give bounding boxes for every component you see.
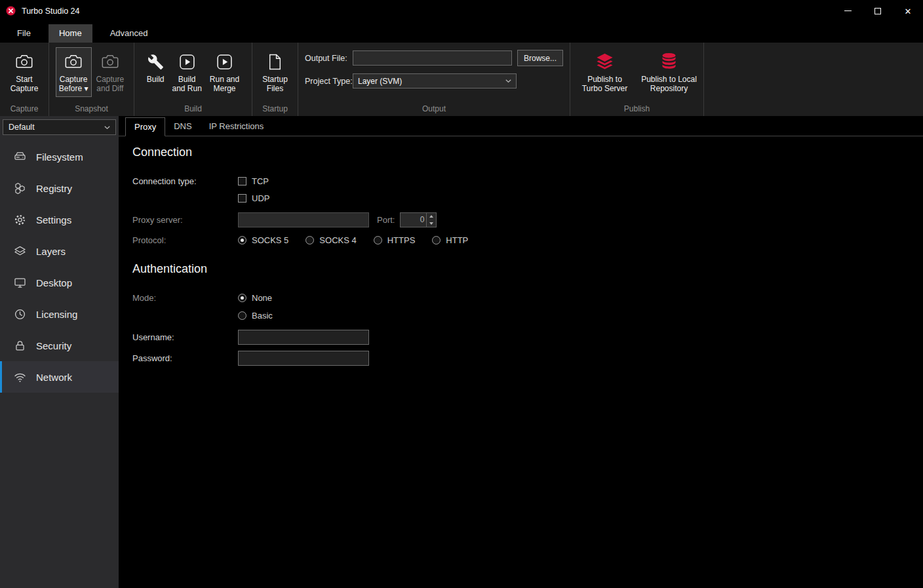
connection-type-label: Connection type: <box>132 176 238 186</box>
port-spinner[interactable]: 0 <box>400 212 437 227</box>
mode-radio-basic-label: Basic <box>252 311 273 321</box>
capture-and-diff-label: Capture and Diff <box>96 75 125 93</box>
sidebar: Default Filesystem Registry <box>0 116 119 588</box>
username-label: Username: <box>132 332 238 342</box>
ribbon-group-build: Build Build and Run Run and Merge Build <box>134 43 252 116</box>
password-input[interactable] <box>238 351 369 366</box>
content-panel: Proxy DNS IP Restrictions Connection Con… <box>119 116 923 588</box>
menu-bar: File Home Advanced <box>0 22 923 43</box>
ribbon-group-startup: Startup Files Startup <box>252 43 298 116</box>
start-capture-label: Start Capture <box>10 75 39 93</box>
camera-icon <box>16 51 33 72</box>
proxy-form: Connection Connection type: TCP UDP <box>119 136 923 366</box>
menu-tab-home[interactable]: Home <box>49 24 92 43</box>
project-type-value: Layer (SVM) <box>358 77 402 86</box>
ribbon-group-publish: Publish to Turbo Server Publish to Local… <box>570 43 704 116</box>
protocol-label: Protocol: <box>132 235 238 245</box>
sidebar-item-label: Network <box>36 372 72 383</box>
group-label-build: Build <box>134 104 252 113</box>
tab-ip-restrictions[interactable]: IP Restrictions <box>201 117 273 136</box>
output-file-label: Output File: <box>305 54 353 63</box>
build-and-run-button[interactable]: Build and Run <box>168 47 205 97</box>
build-and-run-label: Build and Run <box>172 75 201 93</box>
close-button[interactable] <box>893 0 923 22</box>
protocol-radio-https[interactable] <box>374 236 382 245</box>
capture-before-button[interactable]: Capture Before ▾ <box>56 47 92 97</box>
build-button[interactable]: Build <box>144 47 168 88</box>
publish-to-turbo-server-button[interactable]: Publish to Turbo Server <box>574 47 637 97</box>
authentication-heading: Authentication <box>132 262 923 276</box>
sidebar-item-filesystem[interactable]: Filesystem <box>0 141 119 172</box>
maximize-button[interactable] <box>863 0 893 22</box>
tcp-checkbox[interactable] <box>238 177 246 186</box>
group-label-startup: Startup <box>252 104 298 113</box>
username-input[interactable] <box>238 330 369 345</box>
menu-tab-file[interactable]: File <box>7 24 41 43</box>
sidebar-item-layers[interactable]: Layers <box>0 235 119 267</box>
start-capture-button[interactable]: Start Capture <box>7 47 42 97</box>
project-type-select[interactable]: Layer (SVM) <box>353 73 517 88</box>
startup-files-button[interactable]: Startup Files <box>259 47 291 97</box>
password-label: Password: <box>132 353 238 363</box>
monitor-icon <box>14 277 26 289</box>
sidebar-item-label: Licensing <box>36 309 77 320</box>
menu-tab-advanced[interactable]: Advanced <box>100 24 159 43</box>
tab-proxy[interactable]: Proxy <box>125 117 165 136</box>
group-label-snapshot: Snapshot <box>49 104 134 113</box>
profile-select[interactable]: Default <box>3 119 116 135</box>
sidebar-item-label: Registry <box>36 183 72 194</box>
tcp-checkbox-label: TCP <box>252 176 269 186</box>
project-type-label: Project Type: <box>305 77 353 86</box>
camera-icon <box>65 51 82 72</box>
sidebar-item-label: Layers <box>36 246 66 257</box>
document-icon <box>268 51 282 72</box>
sidebar-item-security[interactable]: Security <box>0 330 119 361</box>
protocol-radio-socks5[interactable] <box>238 236 246 245</box>
port-increment-button[interactable] <box>427 213 436 220</box>
publish-to-local-repository-button[interactable]: Publish to Local Repository <box>638 47 701 97</box>
tab-dns[interactable]: DNS <box>165 117 200 136</box>
udp-checkbox[interactable] <box>238 194 246 203</box>
protocol-radio-socks4[interactable] <box>305 236 314 245</box>
capture-and-diff-button[interactable]: Capture and Diff <box>93 47 128 97</box>
mode-radio-basic[interactable] <box>238 311 246 320</box>
port-value[interactable]: 0 <box>401 213 426 227</box>
publish-to-local-repository-label: Publish to Local Repository <box>641 75 697 93</box>
run-and-merge-button[interactable]: Run and Merge <box>206 47 243 97</box>
wifi-icon <box>14 371 26 383</box>
port-decrement-button[interactable] <box>427 220 436 227</box>
sidebar-items: Filesystem Registry Settings <box>0 141 119 393</box>
protocol-radio-socks5-label: SOCKS 5 <box>252 235 288 245</box>
mode-radio-none-label: None <box>252 293 272 303</box>
group-label-publish: Publish <box>570 104 703 113</box>
sidebar-item-settings[interactable]: Settings <box>0 204 119 235</box>
database-icon <box>660 51 678 72</box>
capture-before-label: Capture Before ▾ <box>59 75 88 93</box>
content-tabstrip: Proxy DNS IP Restrictions <box>119 116 923 136</box>
lock-icon <box>14 340 26 352</box>
browse-button[interactable]: Browse... <box>517 50 563 66</box>
proxy-server-input[interactable] <box>238 212 369 227</box>
clock-icon <box>14 308 26 321</box>
sidebar-item-label: Settings <box>36 214 71 225</box>
output-file-input[interactable] <box>353 50 512 66</box>
play-icon <box>179 51 195 72</box>
minimize-button[interactable] <box>833 0 863 22</box>
sidebar-item-desktop[interactable]: Desktop <box>0 267 119 298</box>
mode-radio-none[interactable] <box>238 294 246 302</box>
protocol-radio-http[interactable] <box>432 236 441 245</box>
wrench-icon <box>147 51 164 72</box>
ribbon-group-snapshot: Capture Before ▾ Capture and Diff Snapsh… <box>49 43 134 116</box>
sidebar-item-network[interactable]: Network <box>0 361 119 393</box>
sidebar-item-licensing[interactable]: Licensing <box>0 298 119 330</box>
protocol-radio-https-label: HTTPS <box>387 235 416 245</box>
close-icon <box>905 5 912 17</box>
connection-heading: Connection <box>132 146 923 159</box>
publish-to-turbo-server-label: Publish to Turbo Server <box>582 75 628 93</box>
arrow-up-icon <box>429 215 433 218</box>
layers-icon <box>14 245 26 258</box>
window-title: Turbo Studio 24 <box>22 7 79 16</box>
port-spinner-buttons <box>426 213 436 227</box>
sidebar-item-registry[interactable]: Registry <box>0 172 119 204</box>
arrow-down-icon <box>429 222 433 225</box>
